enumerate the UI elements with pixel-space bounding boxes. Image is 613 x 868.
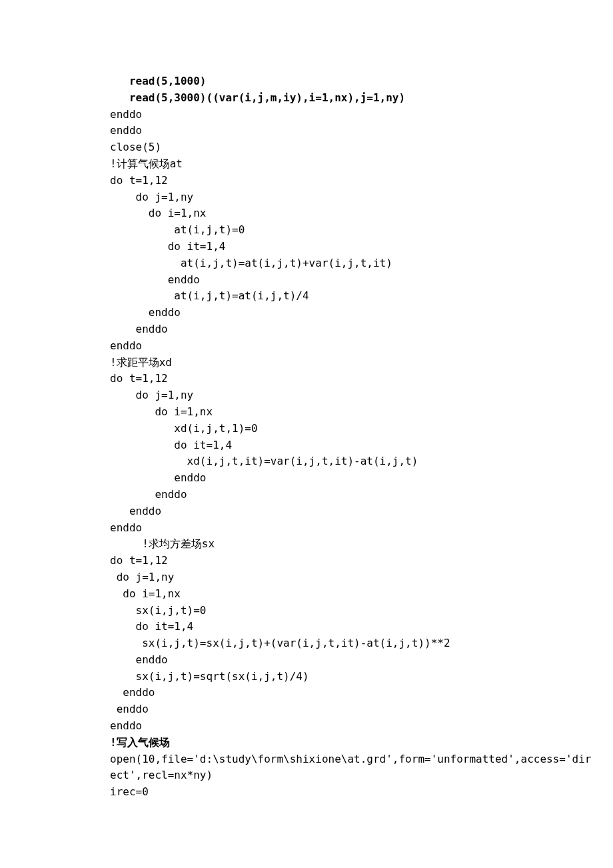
code-line: open(10,file='d:\study\form\shixione\at.… <box>110 751 503 768</box>
code-line: at(i,j,t)=0 <box>110 222 503 239</box>
code-line: enddo <box>110 718 503 735</box>
code-line: enddo <box>110 305 503 321</box>
code-line: xd(i,j,t,it)=var(i,j,t,it)-at(i,j,t) <box>110 453 503 470</box>
code-line: do t=1,12 <box>110 553 503 569</box>
code-line: irec=0 <box>110 784 503 801</box>
code-line: xd(i,j,t,1)=0 <box>110 421 503 437</box>
code-line: read(5,3000)((var(i,j,m,iy),i=1,nx),j=1,… <box>110 90 503 107</box>
code-line: enddo <box>110 685 503 701</box>
code-line: sx(i,j,t)=sqrt(sx(i,j,t)/4) <box>110 669 503 685</box>
code-line: sx(i,j,t)=sx(i,j,t)+(var(i,j,t,it)-at(i,… <box>110 635 503 652</box>
code-line: close(5) <box>110 139 503 156</box>
code-line: ect',recl=nx*ny) <box>110 767 503 784</box>
code-line: do j=1,ny <box>110 569 503 586</box>
code-line: do j=1,ny <box>110 189 503 206</box>
code-line: do it=1,4 <box>110 437 503 454</box>
code-line: do i=1,nx <box>110 404 503 421</box>
code-line: enddo <box>110 487 503 503</box>
code-line: do i=1,nx <box>110 586 503 603</box>
code-line: enddo <box>110 520 503 537</box>
code-line: !求距平场xd <box>110 355 503 371</box>
code-line: !写入气候场 <box>110 735 503 751</box>
code-line: enddo <box>110 107 503 123</box>
code-line: at(i,j,t)=at(i,j,t)/4 <box>110 288 503 305</box>
document-page: read(5,1000) read(5,3000)((var(i,j,m,iy)… <box>0 0 613 867</box>
code-line: !求均方差场sx <box>110 536 503 553</box>
code-line: enddo <box>110 701 503 718</box>
code-line: enddo <box>110 272 503 289</box>
code-line: do t=1,12 <box>110 371 503 387</box>
code-line: do it=1,4 <box>110 239 503 255</box>
code-line: at(i,j,t)=at(i,j,t)+var(i,j,t,it) <box>110 255 503 272</box>
code-line: sx(i,j,t)=0 <box>110 603 503 619</box>
code-line: enddo <box>110 652 503 669</box>
code-line: do i=1,nx <box>110 205 503 222</box>
code-line: read(5,1000) <box>110 73 503 90</box>
code-line: do t=1,12 <box>110 173 503 189</box>
code-line: !计算气候场at <box>110 156 503 173</box>
code-line: enddo <box>110 470 503 487</box>
code-line: do j=1,ny <box>110 387 503 404</box>
code-line: enddo <box>110 321 503 338</box>
code-line: enddo <box>110 503 503 520</box>
code-line: enddo <box>110 338 503 355</box>
code-line: do it=1,4 <box>110 619 503 635</box>
code-line: enddo <box>110 123 503 139</box>
